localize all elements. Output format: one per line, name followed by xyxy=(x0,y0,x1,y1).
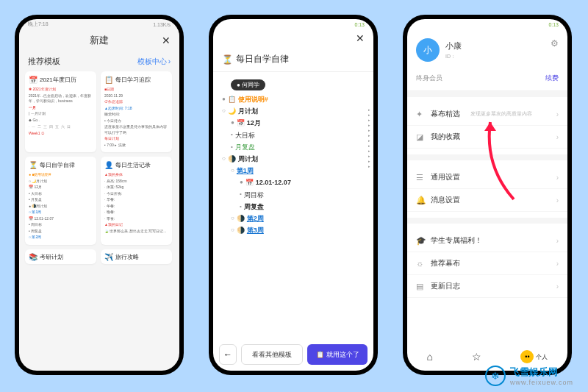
use-template-button[interactable]: 📋 就用这个了 xyxy=(307,344,368,365)
menu-changelog[interactable]: ▤更新日志 › xyxy=(407,275,567,298)
outline-item[interactable]: •周复盘 xyxy=(222,201,365,213)
other-templates-button[interactable]: 看看其他模板 xyxy=(241,344,303,365)
outline-item[interactable]: •大目标 xyxy=(222,129,365,141)
star-icon: ✦ xyxy=(416,110,425,119)
status-time-3: 0:13 xyxy=(548,22,559,27)
share-icon: ☼ xyxy=(416,259,425,268)
chevron-right-icon: › xyxy=(168,57,171,65)
bottom-nav: ⌂ ☆ •• 个人 xyxy=(407,347,567,366)
new-header: 新建 ✕ xyxy=(19,29,179,51)
status-signal: 1.13K/s xyxy=(153,22,171,27)
template-outline: ●📋使用说明# ○🌙月计划 ●📅12月 •大目标 •月复盘 ○🌗周计划 ○第1周… xyxy=(213,93,373,236)
phone-frame-2: 0:13 ✕ ⏳ 每日自学自律 ● 何同学 ●📋使用说明# ○🌙月计划 ●📅12… xyxy=(209,15,378,375)
close-icon[interactable]: ✕ xyxy=(162,35,171,46)
chevron-right-icon: › xyxy=(556,174,559,182)
outline-item[interactable]: ○🌗第2周 xyxy=(222,213,365,224)
renew-link[interactable]: 续费 xyxy=(545,74,559,83)
outline-item[interactable]: ○🌗周计划 xyxy=(222,153,365,165)
settings-icon: ☰ xyxy=(416,173,425,182)
outline-item[interactable]: ○🌙月计划 xyxy=(222,105,365,117)
profile-header: 小 小康 ID： ⚙ xyxy=(407,29,567,71)
calendar-icon: 📅 xyxy=(29,75,37,84)
chevron-right-icon: › xyxy=(556,237,559,245)
graduation-icon: 🎓 xyxy=(416,236,425,246)
screen-3: 0:13 小 小康 ID： ⚙ 终身会员 续费 ✦幕布精选发现更多幕友的高质量内… xyxy=(407,19,567,371)
template-card-study-track[interactable]: 📋 每日学习追踪 ■日期 2020.11.29 ⏱作息追踪 ▲起床时间: 7:1… xyxy=(101,71,172,152)
close-icon[interactable]: ✕ xyxy=(356,32,365,44)
outline-item[interactable]: •周目标 xyxy=(222,189,365,201)
template-detail-title: ⏳ 每日自学自律 xyxy=(213,47,373,72)
recommended-templates-label: 推荐模板 xyxy=(28,56,60,67)
screen-1: 晚上7:18 1.13K/s 新建 ✕ 推荐模板 模板中心 › 📅 2021年度… xyxy=(19,19,179,371)
template-grid: 📅 2021年度日历 ✱ 2021年度计划 2021年...已全面启动，欢迎来，… xyxy=(19,71,179,264)
nav-profile[interactable]: •• 个人 xyxy=(520,350,548,363)
watermark-url: www.feixuew.com xyxy=(510,379,573,386)
status-bar-3: 0:13 xyxy=(407,19,567,29)
chevron-right-icon: › xyxy=(556,282,559,291)
subheader: 推荐模板 模板中心 › xyxy=(19,51,179,71)
author-chip[interactable]: ● 何同学 xyxy=(231,79,265,90)
watermark-name: 飞雪娱乐网 xyxy=(510,366,573,379)
nav-star[interactable]: ☆ xyxy=(472,351,481,363)
outline-item[interactable]: ○🌗第3周 xyxy=(222,224,365,236)
outline-item[interactable]: ●📅12.01-12.07 xyxy=(222,177,365,188)
plane-icon: ✈️ xyxy=(104,253,113,262)
menu-section-2: ☰通用设置 › 🔔消息设置 › xyxy=(407,160,567,218)
template-card-travel[interactable]: ✈️ 旅行攻略 xyxy=(101,249,172,264)
template-card-exam[interactable]: 📚 考研计划 xyxy=(25,249,96,264)
watermark-logo-icon: ❄ xyxy=(485,366,506,386)
outline-item[interactable]: •月复盘 xyxy=(222,141,365,153)
notification-icon: 🔔 xyxy=(416,196,425,205)
chevron-right-icon: › xyxy=(556,110,559,118)
menu-featured[interactable]: ✦幕布精选发现更多幕友的高质量内容 › xyxy=(407,103,567,126)
header-title: 新建 xyxy=(90,34,109,47)
menu-general-settings[interactable]: ☰通用设置 › xyxy=(407,166,567,189)
person-icon: 👤 xyxy=(104,160,113,169)
template-card-daily-life[interactable]: 👤 每日生活记录 ▲我的身体 · 身高: 158cm · 体重: 52kg · … xyxy=(101,157,172,245)
menu-notifications[interactable]: 🔔消息设置 › xyxy=(407,189,567,212)
menu-section-1: ✦幕布精选发现更多幕友的高质量内容 › ◪我的收藏 › xyxy=(407,97,567,154)
hourglass-icon: ⏳ xyxy=(222,54,233,65)
chevron-right-icon: › xyxy=(556,196,559,204)
status-time: 晚上7:18 xyxy=(28,21,49,28)
template-card-self-study[interactable]: ⏳ 每日自学自律 ● ■使用说明# ○ 🌙月计划 📅 12月 • 大目标 • 月… xyxy=(25,157,96,245)
detail-header: ✕ xyxy=(213,29,373,47)
status-bar-2: 0:13 xyxy=(213,19,373,29)
avatar[interactable]: 小 xyxy=(416,38,440,62)
status-bar-1: 晚上7:18 1.13K/s xyxy=(19,19,179,29)
chevron-right-icon: › xyxy=(556,133,559,141)
gear-icon[interactable]: ⚙ xyxy=(551,38,559,49)
membership-row: 终身会员 续费 xyxy=(407,71,567,91)
nav-home[interactable]: ⌂ xyxy=(427,351,433,363)
document-icon: ▤ xyxy=(416,282,425,291)
member-status: 终身会员 xyxy=(416,74,442,83)
menu-student[interactable]: 🎓学生专属福利！ › xyxy=(407,229,567,252)
scroll-indicator: ▸▸▸▸▸▸▸▸▸▸▸▸ xyxy=(368,107,372,168)
screen-2: 0:13 ✕ ⏳ 每日自学自律 ● 何同学 ●📋使用说明# ○🌙月计划 ●📅12… xyxy=(213,19,373,371)
bookmark-icon: ◪ xyxy=(416,132,425,142)
watermark: ❄ 飞雪娱乐网 www.feixuew.com xyxy=(485,366,573,386)
profile-id: ID： xyxy=(445,53,462,60)
back-button[interactable]: ← xyxy=(219,344,237,365)
status-time-2: 0:13 xyxy=(354,22,365,27)
check-icon: 📋 xyxy=(316,351,324,358)
profile-name: 小康 xyxy=(445,40,462,51)
outline-item[interactable]: ○第1周 xyxy=(222,165,365,177)
outline-item[interactable]: ●📋使用说明# xyxy=(222,93,365,105)
clipboard-icon: 📋 xyxy=(104,75,113,84)
menu-favorites[interactable]: ◪我的收藏 › xyxy=(407,126,567,149)
outline-item[interactable]: ●📅12月 xyxy=(222,117,365,129)
template-card-calendar[interactable]: 📅 2021年度日历 ✱ 2021年度计划 2021年...已全面启动，欢迎来，… xyxy=(25,71,96,152)
menu-recommend[interactable]: ☼推荐幕布 › xyxy=(407,252,567,275)
nav-avatar-icon: •• xyxy=(520,350,534,363)
menu-section-3: 🎓学生专属福利！ › ☼推荐幕布 › ▤更新日志 › xyxy=(407,224,567,304)
book-icon: 📚 xyxy=(29,253,37,262)
template-center-link[interactable]: 模板中心 › xyxy=(137,57,171,67)
phone-frame-3: 0:13 小 小康 ID： ⚙ 终身会员 续费 ✦幕布精选发现更多幕友的高质量内… xyxy=(403,15,572,375)
template-footer: ← 看看其他模板 📋 就用这个了 xyxy=(213,344,373,365)
chevron-right-icon: › xyxy=(556,260,559,268)
hourglass-icon: ⏳ xyxy=(29,160,37,169)
phone-frame-1: 晚上7:18 1.13K/s 新建 ✕ 推荐模板 模板中心 › 📅 2021年度… xyxy=(15,15,184,375)
